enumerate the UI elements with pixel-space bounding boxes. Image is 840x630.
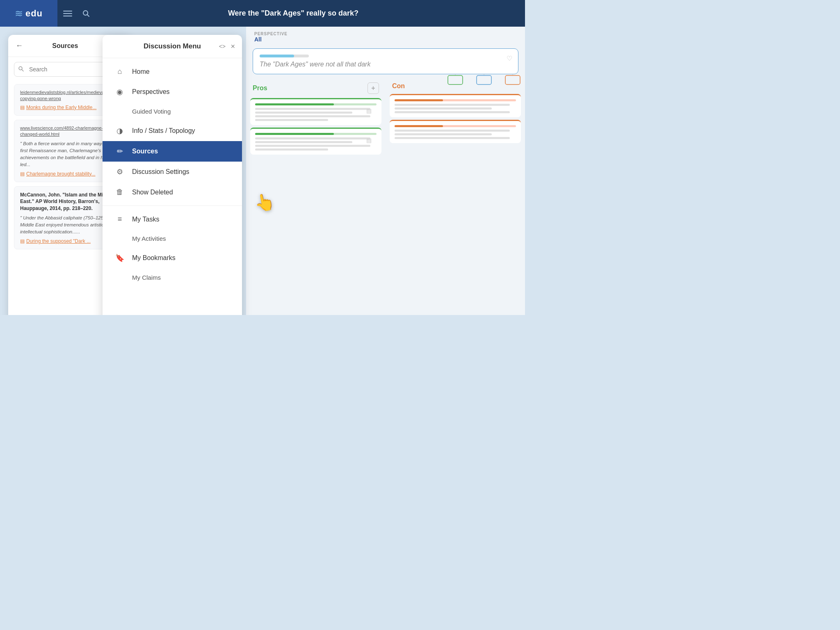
discussion-menu-title: Discussion Menu	[144, 42, 201, 50]
menu-item-my-activities[interactable]: My Activities	[103, 229, 242, 248]
claim-bar	[260, 55, 309, 57]
menu-label-sources: Sources	[132, 148, 158, 155]
code-toggle-icon[interactable]: <>	[219, 43, 226, 50]
menu-item-perspectives[interactable]: ◉ Perspectives	[103, 82, 242, 102]
menu-divider	[103, 205, 242, 206]
close-icon[interactable]: ✕	[231, 43, 235, 50]
back-button[interactable]: ←	[16, 41, 23, 50]
cons-column: Con	[386, 79, 525, 157]
menu-item-my-bookmarks[interactable]: 🔖 My Bookmarks	[103, 248, 242, 268]
arg-bar-fill-con	[395, 99, 443, 101]
menu-label-my-tasks: My Tasks	[132, 216, 159, 223]
menu-label-my-bookmarks: My Bookmarks	[132, 254, 176, 262]
arg-bar-fill	[255, 103, 334, 105]
arg-text-lines	[255, 108, 377, 121]
svg-rect-12	[477, 75, 491, 84]
discussion-menu-header: Discussion Menu <> ✕	[103, 35, 242, 58]
arg-line	[395, 107, 492, 110]
menu-label-home: Home	[132, 68, 150, 75]
menu-item-my-tasks[interactable]: ≡ My Tasks	[103, 209, 242, 229]
comment-icon[interactable]: ▤	[366, 107, 372, 114]
menu-label-guided-voting: Guided Voting	[132, 108, 171, 115]
search-button[interactable]	[78, 0, 94, 27]
arg-line	[395, 137, 510, 139]
gear-icon: ⚙	[114, 167, 126, 176]
menu-label-discussion-settings: Discussion Settings	[132, 168, 189, 176]
arg-line	[255, 148, 328, 151]
menu-item-discussion-settings[interactable]: ⚙ Discussion Settings	[103, 162, 242, 182]
arg-bar	[255, 133, 377, 135]
home-icon: ⌂	[114, 67, 126, 76]
source-link-icon: ▤	[20, 105, 25, 110]
arg-bar-fill	[255, 133, 334, 135]
claim-bar-fill	[260, 55, 294, 57]
pros-column: Pros + ▤	[246, 79, 386, 157]
source-link-icon: ▤	[20, 238, 25, 244]
menu-item-home[interactable]: ⌂ Home	[103, 62, 242, 82]
arg-line	[255, 108, 370, 110]
perspective-value[interactable]: All	[254, 36, 517, 43]
pro-arg-card: ▤	[250, 98, 381, 125]
logo-icon: ≋	[15, 8, 23, 19]
add-pro-button[interactable]: +	[368, 82, 379, 94]
arg-line	[255, 115, 370, 117]
sources-title: Sources	[52, 42, 78, 50]
source-link-text: Charlemagne brought stability...	[26, 171, 96, 177]
pro-arg-card: ▤	[250, 128, 381, 155]
arg-text-lines	[395, 130, 516, 139]
menu-label-my-activities: My Activities	[132, 235, 166, 242]
cons-label: Con	[392, 82, 405, 89]
perspective-bar: PERSPECTIVE All	[246, 27, 525, 45]
list-icon: ≡	[114, 215, 126, 224]
navbar: ≋ edu Were the "Dark Ages" really so dar…	[0, 0, 525, 27]
pencil-icon: ✏	[114, 147, 126, 156]
cursor-hand: 👆	[253, 191, 276, 214]
con-arg-card	[390, 94, 521, 117]
arg-line	[255, 119, 328, 121]
arg-line	[395, 133, 492, 135]
discussion-menu: Discussion Menu <> ✕ ⌂ Home ◉ Perspectiv…	[103, 35, 242, 315]
arg-text-lines	[255, 137, 377, 151]
source-link-icon: ▤	[20, 171, 25, 177]
arg-bar	[255, 103, 377, 105]
menu-item-sources[interactable]: ✏ Sources	[103, 141, 242, 162]
arg-bar-fill-con	[395, 125, 443, 127]
pros-label: Pros	[253, 84, 267, 92]
arg-bar-con	[395, 99, 516, 101]
arg-card-inner	[395, 125, 516, 139]
claim-card: ♡ The "Dark Ages" were not all that dark	[253, 48, 518, 74]
menu-controls: <> ✕	[219, 43, 235, 50]
arg-line	[255, 145, 370, 147]
hamburger-button[interactable]	[57, 0, 78, 27]
arg-line	[255, 137, 370, 139]
heart-icon[interactable]: ♡	[507, 55, 512, 62]
trash-icon: 🗑	[114, 188, 126, 196]
menu-item-show-deleted[interactable]: 🗑 Show Deleted	[103, 182, 242, 202]
arg-line	[255, 141, 352, 143]
svg-rect-13	[505, 75, 520, 84]
menu-label-info: Info / Stats / Topology	[132, 127, 195, 135]
logo-text: edu	[25, 8, 43, 19]
menu-item-guided-voting[interactable]: Guided Voting	[103, 102, 242, 121]
eye-icon: ◉	[114, 87, 126, 96]
logo[interactable]: ≋ edu	[0, 0, 57, 27]
claim-text: The "Dark Ages" were not all that dark	[260, 61, 511, 68]
menu-items-list: ⌂ Home ◉ Perspectives Guided Voting ◑ In…	[103, 58, 242, 290]
arg-text-lines	[395, 104, 516, 113]
menu-label-show-deleted: Show Deleted	[132, 189, 173, 196]
svg-rect-11	[448, 75, 463, 84]
menu-label-perspectives: Perspectives	[132, 88, 170, 96]
source-link-text: During the supposed "Dark ...	[26, 238, 91, 244]
comment-icon[interactable]: ▤	[366, 137, 372, 144]
arg-bar-con	[395, 125, 516, 127]
arg-line	[395, 104, 510, 106]
arg-card-inner	[395, 99, 516, 113]
menu-item-info[interactable]: ◑ Info / Stats / Topology	[103, 121, 242, 141]
source-link-text: Monks during the Early Middle...	[26, 105, 96, 110]
menu-item-my-claims[interactable]: My Claims	[103, 268, 242, 287]
bookmark-icon: 🔖	[114, 253, 126, 262]
arg-line	[395, 111, 510, 113]
svg-line-1	[87, 14, 89, 16]
pros-header: Pros +	[246, 79, 386, 96]
arg-line	[395, 130, 510, 132]
